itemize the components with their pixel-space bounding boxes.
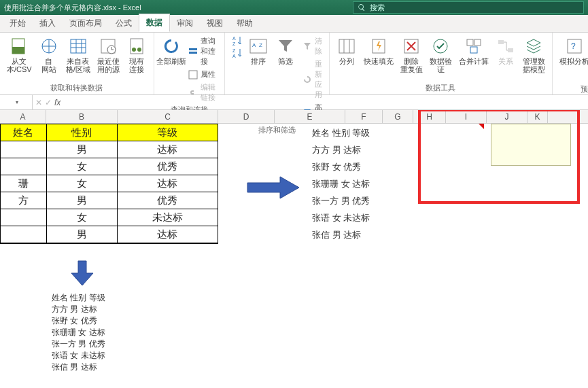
clear-filter-button[interactable]: 清除 bbox=[301, 35, 324, 57]
relationships-button[interactable]: 关系 bbox=[494, 35, 517, 67]
col-header[interactable]: A bbox=[0, 110, 46, 123]
col-header[interactable]: F bbox=[345, 110, 383, 123]
svg-rect-24 bbox=[474, 39, 481, 46]
title-bar: 使用批注合并多个单元格内容.xlsx - Excel 搜索 bbox=[0, 0, 588, 15]
merged-list-e[interactable]: 姓名 性别 等级方方 男 达标张野 女 优秀张珊珊 女 达标张一方 男 优秀张语… bbox=[312, 126, 370, 245]
list-item[interactable]: 方方 男 达标 bbox=[52, 304, 105, 315]
table-cell[interactable] bbox=[1, 141, 47, 158]
reapply-button[interactable]: 重新应用 bbox=[301, 58, 324, 101]
list-item[interactable]: 方方 男 达标 bbox=[312, 143, 370, 160]
split-icon bbox=[338, 37, 356, 55]
from-web-button[interactable]: 自 网站 bbox=[37, 35, 60, 75]
table-cell[interactable]: 男 bbox=[47, 141, 118, 158]
table-cell[interactable]: 方 bbox=[1, 192, 47, 209]
table-cell[interactable]: 珊 bbox=[1, 175, 47, 192]
tab-data[interactable]: 数据 bbox=[139, 14, 170, 32]
svg-point-7 bbox=[132, 48, 136, 52]
merged-list-bottom[interactable]: 姓名 性别 等级方方 男 达标张野 女 优秀张珊珊 女 达标张一方 男 优秀张语… bbox=[52, 292, 105, 373]
formula-input[interactable] bbox=[63, 95, 588, 109]
what-if-button[interactable]: ?模拟分析 bbox=[558, 35, 588, 67]
group-get-data: 从文 本/CSV 自 网站 来自表 格/区域 最近使 用的源 现有 连接 获取和… bbox=[0, 33, 154, 94]
refresh-all-button[interactable]: 全部刷新 bbox=[160, 35, 183, 67]
group-sort-filter: AZ ZA AZ 排序 筛选 清除 重新应用 高级 排序和筛选 bbox=[225, 33, 330, 94]
properties-button[interactable]: 属性 bbox=[187, 69, 219, 80]
remove-duplicates-button[interactable]: 删除 重复值 bbox=[399, 35, 424, 75]
col-header[interactable]: D bbox=[218, 110, 275, 123]
table-cell[interactable]: 达标 bbox=[118, 175, 218, 192]
group-queries: 全部刷新 查询和连接 属性 编辑链接 查询和连接 bbox=[154, 33, 225, 94]
table-cell[interactable]: 优秀 bbox=[118, 158, 218, 175]
table-header[interactable]: 姓名 bbox=[1, 124, 47, 141]
list-item[interactable]: 张语 女 未达标 bbox=[52, 350, 105, 361]
manage-model-button[interactable]: 管理数 据模型 bbox=[521, 35, 547, 75]
tab-formula[interactable]: 公式 bbox=[109, 15, 139, 32]
tab-help[interactable]: 帮助 bbox=[230, 15, 260, 32]
col-header[interactable]: B bbox=[46, 110, 118, 123]
queries-conn-button[interactable]: 查询和连接 bbox=[187, 35, 219, 67]
list-item[interactable]: 张珊珊 女 达标 bbox=[52, 327, 105, 338]
col-header[interactable]: C bbox=[118, 110, 218, 123]
table-cell[interactable] bbox=[1, 209, 47, 226]
col-header[interactable]: G bbox=[383, 110, 413, 123]
sort-az-button[interactable]: AZ bbox=[230, 35, 243, 46]
consolidate-button[interactable]: 合并计算 bbox=[457, 35, 490, 67]
table-cell[interactable]: 女 bbox=[47, 175, 118, 192]
table-cell[interactable]: 达标 bbox=[118, 226, 218, 243]
tab-layout[interactable]: 页面布局 bbox=[63, 15, 109, 32]
data-validation-button[interactable]: 数据验 证 bbox=[428, 35, 453, 75]
list-item[interactable]: 姓名 性别 等级 bbox=[52, 292, 105, 304]
list-item[interactable]: 张野 女 优秀 bbox=[312, 160, 370, 177]
list-item[interactable]: 张信 男 达标 bbox=[52, 361, 105, 373]
recent-sources-button[interactable]: 最近使 用的源 bbox=[96, 35, 121, 75]
flash-icon bbox=[370, 37, 387, 55]
name-box[interactable]: ▾ bbox=[0, 95, 33, 109]
tab-view[interactable]: 视图 bbox=[200, 15, 230, 32]
table-icon bbox=[69, 37, 87, 55]
tab-review[interactable]: 审阅 bbox=[170, 15, 200, 32]
cancel-icon[interactable]: ✕ bbox=[35, 98, 42, 107]
col-header[interactable]: E bbox=[275, 110, 345, 123]
group-label-get-data: 获取和转换数据 bbox=[50, 82, 103, 93]
table-cell[interactable]: 女 bbox=[47, 209, 118, 226]
arrow-down-shape bbox=[70, 260, 94, 287]
table-cell[interactable] bbox=[1, 226, 47, 243]
group-data-tools: 分列 快速填充 删除 重复值 数据验 证 合并计算 关系 管理数 据模型 数据工… bbox=[330, 33, 553, 94]
globe-icon bbox=[40, 37, 58, 55]
tab-insert[interactable]: 插入 bbox=[33, 15, 63, 32]
table-header[interactable]: 性别 bbox=[47, 124, 118, 141]
enter-icon[interactable]: ✓ bbox=[45, 98, 52, 107]
text-to-columns-button[interactable]: 分列 bbox=[335, 35, 358, 67]
comment-note[interactable] bbox=[491, 124, 571, 166]
filter-button[interactable]: 筛选 bbox=[274, 35, 297, 67]
recent-icon bbox=[99, 37, 117, 55]
sort-za-button[interactable]: ZA bbox=[230, 48, 243, 58]
sort-az-icon: AZ bbox=[232, 35, 241, 47]
table-cell[interactable]: 女 bbox=[47, 158, 118, 175]
list-item[interactable]: 张野 女 优秀 bbox=[52, 315, 105, 327]
list-item[interactable]: 张珊珊 女 达标 bbox=[312, 177, 370, 194]
group-forecast: ?模拟分析 预 测 工 预测 bbox=[553, 33, 588, 94]
table-header[interactable]: 等级 bbox=[118, 124, 218, 141]
table-cell[interactable] bbox=[1, 158, 47, 175]
table-cell[interactable]: 男 bbox=[47, 192, 118, 209]
group-label-forecast: 预测 bbox=[581, 83, 588, 94]
list-item[interactable]: 姓名 性别 等级 bbox=[312, 126, 370, 143]
from-table-button[interactable]: 来自表 格/区域 bbox=[65, 35, 92, 75]
search-box[interactable]: 搜索 bbox=[353, 1, 584, 14]
list-item[interactable]: 张信 男 达标 bbox=[312, 228, 370, 245]
table-cell[interactable]: 达标 bbox=[118, 141, 218, 158]
svg-rect-23 bbox=[467, 39, 473, 46]
sort-button[interactable]: AZ 排序 bbox=[247, 35, 270, 67]
table-cell[interactable]: 男 bbox=[47, 226, 118, 243]
list-item[interactable]: 张语 女 未达标 bbox=[312, 211, 370, 228]
from-csv-button[interactable]: 从文 本/CSV bbox=[5, 35, 33, 75]
table-cell[interactable]: 未达标 bbox=[118, 209, 218, 226]
fx-button[interactable]: fx bbox=[54, 98, 60, 107]
table-cell[interactable]: 优秀 bbox=[118, 192, 218, 209]
existing-conn-button[interactable]: 现有 连接 bbox=[125, 35, 148, 75]
worksheet[interactable]: A B C D E F G H I J K 姓名 性别 等级 男达标女优秀珊女达… bbox=[0, 110, 588, 388]
tab-start[interactable]: 开始 bbox=[3, 15, 33, 32]
list-item[interactable]: 张一方 男 优秀 bbox=[312, 194, 370, 211]
list-item[interactable]: 张一方 男 优秀 bbox=[52, 338, 105, 350]
flash-fill-button[interactable]: 快速填充 bbox=[362, 35, 395, 67]
